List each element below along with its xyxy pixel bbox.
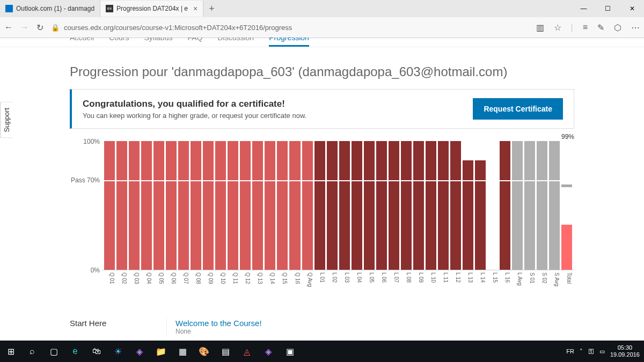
chart-bar <box>339 141 350 270</box>
x-axis-label: Q 06 <box>166 272 177 287</box>
chart-x-axis: Q 01Q 02Q 03Q 04Q 05Q 06Q 07Q 08Q 09Q 10… <box>102 270 574 287</box>
course-nav: AccueilCoursSyllabusFAQDiscussionProgres… <box>0 38 644 47</box>
app-icon-3[interactable]: ◬ <box>236 341 258 362</box>
task-view-icon[interactable]: ▢ <box>43 341 64 362</box>
tab-label: Outlook.com (1) - danmagd <box>16 5 94 12</box>
maximize-button[interactable]: ☐ <box>596 1 620 17</box>
chart-pass-line <box>102 180 574 181</box>
hub-icon[interactable]: ≡ <box>583 23 588 32</box>
chart-bar <box>265 141 275 270</box>
app-icon-4[interactable]: ▣ <box>279 341 301 362</box>
chart-total-label: 99% <box>561 133 574 141</box>
chart-bar <box>426 141 436 270</box>
outlook-icon <box>5 5 13 12</box>
support-tab[interactable]: Support <box>0 102 13 138</box>
url-bar[interactable]: 🔒 courses.edx.org/courses/course-v1:Micr… <box>51 24 529 32</box>
x-axis-label: Q 04 <box>141 272 152 287</box>
chart-bar <box>215 141 226 270</box>
nav-item-cours[interactable]: Cours <box>109 38 129 47</box>
language-indicator[interactable]: FR <box>566 348 574 354</box>
webnote-icon[interactable]: ✎ <box>597 23 604 33</box>
paint-icon[interactable]: 🎨 <box>193 341 215 362</box>
vs2-icon[interactable]: ◈ <box>258 341 279 362</box>
vs-icon[interactable]: ◈ <box>129 341 150 362</box>
nav-item-accueil[interactable]: Accueil <box>70 38 94 47</box>
reading-view-icon[interactable]: ▥ <box>536 23 544 33</box>
bottom-section: Start Here Welcome to the Course! None <box>70 319 574 335</box>
chart-bar <box>129 141 140 270</box>
tab-edx[interactable]: ex Progression DAT204x | e × <box>100 1 203 17</box>
back-button[interactable]: ← <box>4 23 13 32</box>
x-axis-label: Q 15 <box>277 272 288 287</box>
store-icon[interactable]: 🛍 <box>86 341 107 362</box>
weather-icon[interactable]: ☀ <box>107 341 129 362</box>
edge-icon[interactable]: e <box>64 341 86 362</box>
x-axis-label: Q 08 <box>191 272 201 287</box>
certificate-banner: Congratulations, you qualified for a cer… <box>70 89 574 129</box>
system-tray: FR ˄ ⚿ ▭ 05:30 19.09.2016 <box>566 344 644 358</box>
chart-bar <box>153 141 164 270</box>
x-axis-label: L 01 <box>314 272 325 287</box>
forward-button[interactable]: → <box>20 23 29 32</box>
nav-item-discussion[interactable]: Discussion <box>217 38 254 47</box>
share-icon[interactable]: ⬡ <box>614 23 621 33</box>
x-axis-label: S 01 <box>524 272 535 287</box>
nav-item-faq[interactable]: FAQ <box>187 38 202 47</box>
window-controls: — ☐ ✕ <box>572 1 644 17</box>
x-axis-label: Q 01 <box>104 272 115 287</box>
nav-item-syllabus[interactable]: Syllabus <box>144 38 173 47</box>
x-axis-label: Q 11 <box>228 272 238 287</box>
browser-chrome: Outlook.com (1) - danmagd ex Progression… <box>0 0 644 38</box>
x-axis-label: Q 05 <box>153 272 164 287</box>
x-axis-label: L 15 <box>487 272 498 287</box>
chart-bar <box>376 141 387 270</box>
chart-bar <box>203 141 214 270</box>
start-button[interactable]: ⊞ <box>0 341 21 362</box>
favorite-icon[interactable]: ☆ <box>554 23 561 33</box>
clock-time: 05:30 <box>610 344 640 351</box>
nav-item-progression[interactable]: Progression <box>269 38 309 47</box>
minimize-button[interactable]: — <box>572 1 596 17</box>
cert-subtitle: You can keep working for a higher grade,… <box>83 112 306 120</box>
welcome-block: Welcome to the Course! None <box>166 319 262 335</box>
x-axis-label: L 13 <box>463 272 473 287</box>
progress-chart: 99% 100%Pass 70%0% Q 01Q 02Q 03Q 04Q 05Q… <box>102 142 574 302</box>
refresh-button[interactable]: ↻ <box>36 23 43 33</box>
tab-outlook[interactable]: Outlook.com (1) - danmagd <box>0 1 100 17</box>
x-axis-label: L 14 <box>475 272 486 287</box>
chart-bar <box>364 141 375 270</box>
tray-chevron-icon[interactable]: ˄ <box>580 348 583 355</box>
close-button[interactable]: ✕ <box>620 1 644 17</box>
close-icon[interactable]: × <box>193 4 197 13</box>
toolbar-icons: ▥ ☆ | ≡ ✎ ⬡ ⋯ <box>536 23 640 33</box>
chart-bar <box>549 141 560 270</box>
x-axis-label: Q 16 <box>289 272 300 287</box>
y-axis-label: Pass 70% <box>68 176 100 184</box>
x-axis-label: L 09 <box>413 272 424 287</box>
welcome-title[interactable]: Welcome to the Course! <box>175 319 262 328</box>
chart-bar <box>191 141 201 270</box>
request-certificate-button[interactable]: Request Certificate <box>473 98 563 120</box>
x-axis-label: S Avg <box>549 272 560 287</box>
x-axis-label: L 02 <box>327 272 338 287</box>
network-icon[interactable]: ⚿ <box>588 348 594 354</box>
more-icon[interactable]: ⋯ <box>631 23 640 33</box>
clock[interactable]: 05:30 19.09.2016 <box>610 344 640 358</box>
new-tab-button[interactable]: + <box>203 3 220 14</box>
chart-bar <box>277 141 288 270</box>
chart-bar <box>401 141 412 270</box>
app-icon[interactable]: ▦ <box>172 341 193 362</box>
app-icon-2[interactable]: ▤ <box>215 341 236 362</box>
search-icon[interactable]: ⌕ <box>21 341 43 362</box>
x-axis-label: L 03 <box>339 272 350 287</box>
chart-bar <box>438 141 449 270</box>
x-axis-label: L 06 <box>376 272 387 287</box>
chart-bar <box>289 141 300 270</box>
battery-icon[interactable]: ▭ <box>599 348 605 355</box>
chart-bars <box>102 142 574 270</box>
x-axis-label: L 07 <box>389 272 399 287</box>
x-axis-label: Q 13 <box>252 272 263 287</box>
explorer-icon[interactable]: 📁 <box>150 341 172 362</box>
page-viewport: Support AccueilCoursSyllabusFAQDiscussio… <box>0 38 644 341</box>
page-title: Progression pour 'danmagdapopa_603' (dan… <box>70 64 574 79</box>
